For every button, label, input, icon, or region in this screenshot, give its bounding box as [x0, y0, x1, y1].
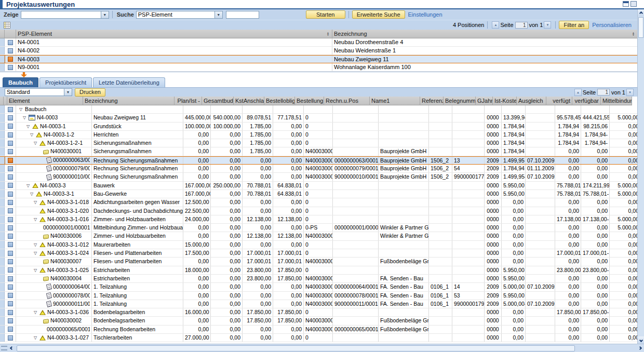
- zeige-combo[interactable]: ▼: [21, 11, 109, 19]
- row-checkbox[interactable]: [8, 208, 13, 213]
- filter-button[interactable]: Filter an: [559, 21, 589, 29]
- table-row[interactable]: 9000000011/00011. Teilzahlung0,000,000,0…: [0, 300, 637, 308]
- page-number-input[interactable]: [515, 22, 528, 29]
- expand-toggle-icon[interactable]: ▽: [34, 334, 39, 342]
- table-row[interactable]: ▽Baubuch: [0, 105, 637, 114]
- expand-toggle-icon[interactable]: ▽: [34, 215, 39, 223]
- psp-table-row[interactable]: N4-0003Neubau Zweigweg 11: [0, 55, 637, 63]
- row-checkbox[interactable]: [8, 115, 13, 120]
- row-checkbox[interactable]: [8, 242, 13, 247]
- column-header-n1[interactable]: Name1: [370, 97, 420, 105]
- row-checkbox[interactable]: [8, 40, 13, 45]
- expand-toggle-icon[interactable]: ▽: [34, 198, 39, 206]
- row-checkbox[interactable]: [8, 234, 13, 239]
- horizontal-scroll-thumb[interactable]: [17, 345, 575, 351]
- window-maximize-icon[interactable]: [630, 1, 637, 7]
- table-row[interactable]: ▽N4-0003-3-1Bau-Gewerke167.000,000,0070.…: [0, 190, 637, 198]
- page-up-button[interactable]: ▲: [492, 21, 499, 29]
- row-checkbox[interactable]: [8, 124, 13, 129]
- row-checkbox[interactable]: [8, 200, 13, 205]
- row-checkbox[interactable]: [8, 276, 13, 281]
- row-checkbox[interactable]: [8, 217, 13, 222]
- page-down-button[interactable]: ▼: [544, 21, 551, 29]
- column-header-el[interactable]: Element: [7, 97, 83, 105]
- personalisieren-link[interactable]: Personalisieren: [592, 22, 632, 28]
- table-row[interactable]: 0000000063/0001Rechnung Sicherungsmaßnah…: [0, 156, 637, 165]
- column-header-rp[interactable]: Rechn.u.Pos: [324, 97, 370, 105]
- row-checkbox[interactable]: [8, 166, 13, 171]
- row-checkbox[interactable]: [8, 293, 13, 298]
- starten-button[interactable]: Starten: [306, 10, 345, 19]
- psp-table-row[interactable]: N4-0002Neubau Weidenstraße 1: [0, 47, 637, 55]
- vertical-scrollbar[interactable]: [637, 9, 644, 344]
- view-combo[interactable]: Standard ▼: [5, 88, 72, 96]
- scroll-left-button[interactable]: [7, 344, 16, 352]
- table-row[interactable]: N400030007Fliesen- und Plattenarbeiten0,…: [0, 258, 637, 266]
- table-row[interactable]: 0000000001/00001Mittelbindung Zimmer- un…: [0, 224, 637, 232]
- expand-toggle-icon[interactable]: ▽: [34, 139, 39, 147]
- table-row[interactable]: N400030001Sicherungsmaßnahmen0,000,001.7…: [0, 147, 637, 156]
- sort-icon[interactable]: ▲▼: [327, 32, 330, 36]
- row-checkbox[interactable]: [8, 259, 13, 264]
- column-header-ik[interactable]: Ist-Kosten: [493, 97, 517, 105]
- row-checkbox[interactable]: [8, 158, 13, 163]
- expand-toggle-icon[interactable]: ▽: [23, 114, 29, 121]
- table-row[interactable]: 0000000065/0001Rechnung Bodenarbeiten0,0…: [0, 326, 637, 334]
- column-header-pi[interactable]: Plan/Ist -: [175, 97, 202, 105]
- column-header-bz[interactable]: Bezeichnung: [83, 97, 175, 105]
- page-number-input[interactable]: [597, 89, 610, 96]
- expand-toggle-icon[interactable]: ▽: [34, 266, 39, 274]
- table-row[interactable]: ▽N4-0003-1Grundstück100.000,00100.000,00…: [0, 123, 637, 131]
- tab-baubuch[interactable]: Baubuch: [3, 77, 38, 87]
- row-checkbox[interactable]: [8, 132, 13, 138]
- column-header-mb[interactable]: Mittelbindung: [601, 97, 632, 105]
- column-header-vf[interactable]: verfügt: [546, 97, 572, 105]
- row-checkbox[interactable]: [8, 251, 13, 256]
- table-row[interactable]: ▽N4-0003-3-1-025Estricharbeiten18.000,00…: [0, 266, 637, 275]
- column-header-bo[interactable]: Bestellobligo: [264, 97, 295, 105]
- page-up-button[interactable]: ▲: [574, 89, 582, 96]
- row-checkbox[interactable]: [8, 192, 13, 197]
- expand-toggle-icon[interactable]: ▽: [34, 241, 39, 249]
- row-checkbox[interactable]: [8, 225, 13, 231]
- row-checkbox[interactable]: [8, 327, 13, 332]
- table-row[interactable]: ▽N4-0003-3-1-027Tischlerarbeiten27.000,0…: [0, 334, 637, 342]
- table-row[interactable]: 0000000064/00011. Teilzahlung0,000,000,0…: [0, 283, 637, 291]
- chevron-down-icon[interactable]: ▼: [214, 11, 222, 18]
- table-options-icon[interactable]: [4, 22, 10, 29]
- column-header-vb[interactable]: verfügbar: [572, 97, 601, 105]
- row-checkbox[interactable]: [8, 285, 13, 290]
- table-row[interactable]: 0000000078/00011. Teilzahlung0,000,000,0…: [0, 292, 637, 300]
- column-header-gb[interactable]: Gesamtbudget: [202, 97, 234, 105]
- row-checkbox[interactable]: [8, 183, 13, 188]
- table-row[interactable]: ▽N4-0003-1-2-1Sicherungsmaßnahmen0,000,0…: [0, 139, 637, 147]
- psp-table-row[interactable]: N9-0001Wohnanlage Kaiserdamm 100: [0, 63, 637, 72]
- row-checkbox[interactable]: [8, 301, 13, 306]
- table-row[interactable]: ▽N4-0003Neubau Zweigweg 11445.000,00540.…: [0, 114, 637, 122]
- expand-toggle-icon[interactable]: ▽: [30, 131, 36, 139]
- page-down-button[interactable]: ▼: [626, 89, 634, 96]
- table-row[interactable]: 0000000079/0001Rechnung Sicherungsmaßnah…: [0, 165, 637, 173]
- expand-toggle-icon[interactable]: ▽: [34, 249, 39, 257]
- expand-toggle-icon[interactable]: ▽: [34, 308, 39, 316]
- row-checkbox[interactable]: [8, 149, 13, 154]
- column-header-ka[interactable]: KstAnschla: [234, 97, 264, 105]
- column-header-gj[interactable]: GJahr: [476, 97, 493, 105]
- scroll-up-button[interactable]: [638, 9, 644, 17]
- table-row[interactable]: ▽N4-0003-3-1-018Abdichtungsarbeiten gege…: [0, 198, 637, 207]
- chevron-down-icon[interactable]: ▼: [64, 89, 72, 96]
- column-header-ag[interactable]: Ausgleich: [517, 97, 546, 105]
- window-restore-icon[interactable]: [623, 1, 629, 7]
- tab-projekt-bersicht[interactable]: Projektübersicht: [39, 77, 92, 87]
- table-row[interactable]: ▽N4-0003-3-1-024Fliesen- und Plattenarbe…: [0, 249, 637, 258]
- tab-letzte-daten-berleitung[interactable]: Letzte Datenüberleitung: [93, 77, 165, 87]
- table-row[interactable]: N4-0003-3-1-020Dachdeckungs- und Dachabd…: [0, 207, 637, 215]
- drucken-button[interactable]: Drucken: [75, 88, 105, 97]
- scroll-right-button[interactable]: [636, 344, 644, 352]
- table-row[interactable]: N400030002Bodenbelagsarbeiten0,000,0017.…: [0, 317, 637, 325]
- row-checkbox[interactable]: [8, 174, 13, 180]
- bezeichnung-column-header[interactable]: Bezeichnung ▲▼: [332, 30, 637, 38]
- vertical-scroll-thumb[interactable]: [638, 17, 643, 38]
- search-input[interactable]: [226, 11, 259, 19]
- row-checkbox[interactable]: [8, 48, 13, 53]
